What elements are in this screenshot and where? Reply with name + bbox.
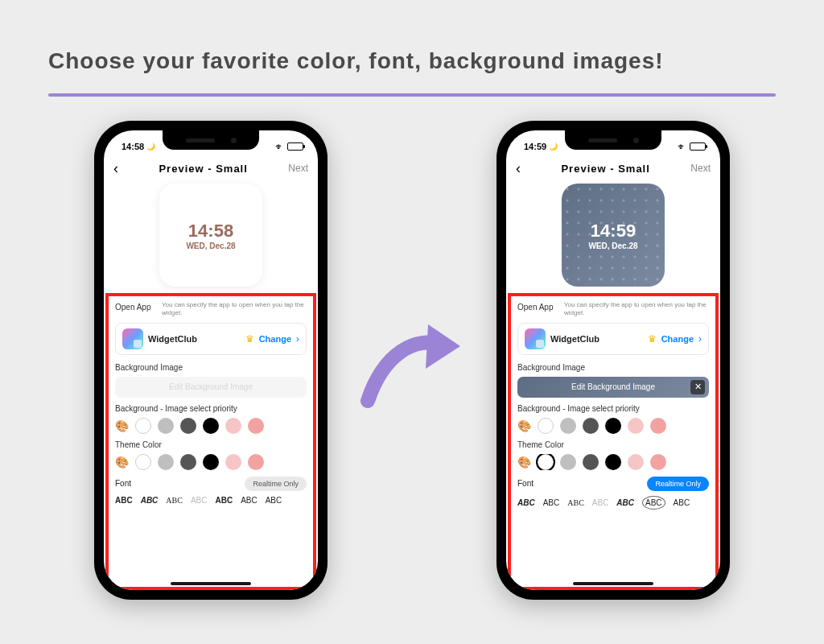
crown-icon: ♛ (648, 333, 657, 345)
palette-icon[interactable]: 🎨 (517, 456, 531, 469)
widget-time: 14:58 (188, 221, 233, 242)
back-button[interactable]: ‹ (516, 161, 521, 175)
next-button[interactable]: Next (690, 163, 711, 174)
widget-date: WED, Dec.28 (588, 242, 637, 250)
font-sample[interactable]: ABC (616, 498, 634, 507)
font-sample[interactable]: ABC (115, 496, 133, 505)
font-sample[interactable]: ABC (517, 498, 535, 507)
palette-icon[interactable]: 🎨 (115, 419, 129, 432)
swatch[interactable] (583, 454, 599, 470)
font-sample[interactable]: ABC (674, 498, 690, 507)
theme-swatch-row: 🎨 (517, 454, 709, 470)
open-app-hint: You can specify the app to open when you… (564, 301, 709, 318)
palette-icon[interactable]: 🎨 (115, 456, 129, 469)
theme-color-label: Theme Color (115, 440, 307, 449)
font-sample[interactable]: ABC (191, 496, 208, 505)
swatch[interactable] (248, 454, 264, 470)
swatch[interactable] (560, 454, 576, 470)
settings-panel: Open App You can specify the app to open… (508, 293, 719, 590)
page-heading: Choose your favorite color, font, backgr… (48, 48, 776, 74)
bg-swatch-row: 🎨 (115, 418, 307, 434)
swatch[interactable] (650, 454, 666, 470)
font-sample[interactable]: ABC (567, 498, 584, 507)
swatch[interactable] (628, 454, 644, 470)
swatch[interactable] (605, 454, 621, 470)
swatch[interactable] (203, 418, 219, 434)
font-sample-selected[interactable]: ABC (642, 496, 665, 510)
app-card[interactable]: WidgetClub ♛ Change › (115, 323, 307, 355)
realtime-pill[interactable]: Realtime Only (647, 477, 709, 491)
change-link[interactable]: Change (259, 334, 291, 344)
notch (565, 130, 661, 150)
swatch[interactable] (560, 418, 576, 434)
open-app-label: Open App (517, 301, 559, 312)
widget-time: 14:59 (591, 221, 636, 242)
swatch[interactable] (158, 454, 174, 470)
bg-image-label: Background Image (115, 363, 307, 372)
font-sample-row: ABC ABC ABC ABC ABC ABC ABC (517, 496, 709, 510)
font-sample[interactable]: ABC (141, 496, 159, 505)
phone-right: 14:59 🌙 ᯤ ‹ Preview - Small Next 14:59 (496, 121, 730, 600)
font-sample[interactable]: ABC (592, 498, 609, 507)
swatch[interactable] (180, 418, 196, 434)
font-label: Font (115, 479, 131, 488)
close-icon[interactable]: ✕ (690, 380, 705, 394)
swatch[interactable] (225, 418, 241, 434)
home-indicator (171, 582, 251, 585)
edit-background-button[interactable]: Edit Background Image (115, 377, 307, 398)
widget-date: WED, Dec.28 (186, 242, 235, 250)
app-icon (122, 328, 143, 349)
font-sample[interactable]: ABC (266, 496, 282, 505)
font-sample[interactable]: ABC (166, 496, 183, 505)
battery-icon (690, 142, 706, 151)
font-sample-row: ABC ABC ABC ABC ABC ABC ABC (115, 496, 307, 505)
font-sample[interactable]: ABC (543, 498, 560, 507)
swatch[interactable] (225, 454, 241, 470)
change-link[interactable]: Change (661, 334, 694, 344)
battery-icon (287, 142, 303, 151)
next-button[interactable]: Next (288, 163, 308, 174)
swatch[interactable] (135, 418, 151, 434)
edit-bg-text: Edit Background Image (169, 382, 253, 391)
swatch[interactable] (180, 454, 196, 470)
status-time: 14:59 (524, 142, 546, 151)
swatch[interactable] (158, 418, 174, 434)
swatch[interactable] (605, 418, 621, 434)
swatch-selected[interactable] (538, 454, 554, 470)
chevron-right-icon: › (698, 333, 702, 345)
open-app-label: Open App (115, 301, 157, 312)
palette-icon[interactable]: 🎨 (517, 419, 531, 432)
swatch[interactable] (583, 418, 599, 434)
bg-priority-label: Background - Image select priority (517, 404, 709, 413)
settings-panel: Open App You can specify the app to open… (105, 293, 316, 590)
back-button[interactable]: ‹ (113, 161, 118, 175)
nav-title: Preview - Small (561, 163, 649, 175)
app-icon (525, 328, 546, 349)
wifi-icon: ᯤ (275, 142, 284, 151)
bg-image-label: Background Image (517, 363, 709, 372)
swatch[interactable] (135, 454, 151, 470)
font-sample[interactable]: ABC (215, 496, 233, 505)
font-label: Font (517, 479, 534, 488)
phone-left: 14:58 🌙 ᯤ ‹ Preview - Small Next 14:58 (94, 121, 328, 600)
bg-priority-label: Background - Image select priority (115, 404, 307, 413)
nav-title: Preview - Small (159, 163, 247, 175)
wifi-icon: ᯤ (678, 142, 686, 151)
swatch[interactable] (628, 418, 644, 434)
open-app-hint: You can specify the app to open when you… (162, 301, 307, 318)
font-sample[interactable]: ABC (241, 496, 258, 505)
swatch[interactable] (248, 418, 264, 434)
theme-swatch-row: 🎨 (115, 454, 307, 470)
widget-preview: 14:59 WED, Dec.28 (562, 184, 665, 287)
swatch[interactable] (538, 418, 554, 434)
home-indicator (573, 582, 653, 585)
swatch[interactable] (203, 454, 219, 470)
widget-preview: 14:58 WED, Dec.28 (159, 184, 262, 287)
realtime-pill[interactable]: Realtime Only (245, 477, 307, 491)
edit-background-button[interactable]: Edit Background Image ✕ (517, 377, 709, 398)
notch (163, 130, 259, 150)
swatch[interactable] (650, 418, 666, 434)
heading-underline (48, 93, 776, 97)
app-card[interactable]: WidgetClub ♛ Change › (517, 323, 709, 355)
dnd-moon-icon: 🌙 (549, 142, 558, 151)
